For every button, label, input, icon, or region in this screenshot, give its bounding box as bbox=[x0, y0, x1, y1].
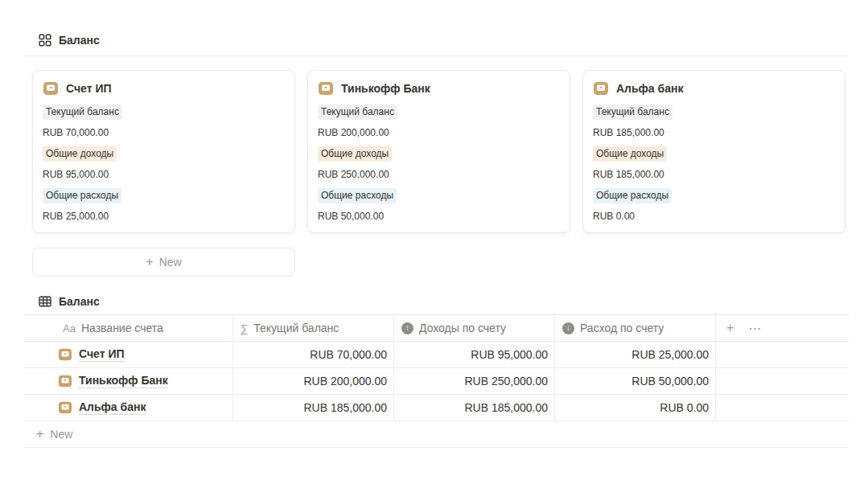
card-title: Счет ИП bbox=[66, 82, 112, 95]
field-value: RUB 185,000.00 bbox=[593, 169, 664, 180]
row-balance-cell[interactable]: RUB 70,000.00 bbox=[233, 342, 394, 367]
field-value: RUB 50,000.00 bbox=[318, 211, 384, 222]
table-options-button[interactable]: ⋯ bbox=[748, 321, 761, 336]
card-title: Тинькофф Банк bbox=[341, 82, 430, 95]
row-name: Альфа банк bbox=[79, 400, 146, 415]
card-file-box-icon bbox=[58, 400, 72, 415]
row-expense-cell[interactable]: RUB 25,000.00 bbox=[555, 342, 716, 367]
table-new-row-button[interactable]: + New bbox=[24, 421, 849, 448]
card-title-row: Альфа банк bbox=[593, 77, 835, 100]
account-card[interactable]: Счет ИП Текущий баланс RUB 70,000.00 Общ… bbox=[32, 70, 295, 233]
field-label-line: Общие расходы bbox=[43, 185, 285, 206]
gallery-new-button-label: New bbox=[159, 256, 182, 269]
field-label: Общие расходы bbox=[593, 188, 672, 203]
gallery-section: Баланс Счет ИП Текущий баланс RUB 70,000… bbox=[0, 0, 868, 277]
table-new-row-label: New bbox=[50, 428, 72, 441]
field-value: RUB 250,000.00 bbox=[318, 169, 389, 180]
field-label-line: Текущий баланс bbox=[593, 101, 835, 122]
gallery-header-divider bbox=[24, 55, 849, 56]
field-value-line: RUB 70,000.00 bbox=[43, 122, 285, 143]
notion-page: Баланс Счет ИП Текущий баланс RUB 70,000… bbox=[0, 0, 868, 488]
row-empty-cell bbox=[716, 368, 849, 394]
field-value-line: RUB 0.00 bbox=[593, 206, 835, 227]
gallery-cards-row: Счет ИП Текущий баланс RUB 70,000.00 Общ… bbox=[32, 70, 849, 233]
field-label: Общие расходы bbox=[318, 188, 397, 203]
row-income-cell[interactable]: RUB 95,000.00 bbox=[394, 342, 555, 367]
field-label-line: Текущий баланс bbox=[318, 101, 560, 122]
field-label: Общие расходы bbox=[43, 188, 121, 203]
table-view-tab[interactable]: Баланс bbox=[24, 293, 849, 310]
card-title: Альфа банк bbox=[616, 82, 683, 95]
field-label: Текущий баланс bbox=[43, 105, 122, 120]
row-income-cell[interactable]: RUB 250,000.00 bbox=[394, 368, 555, 394]
field-label: Текущий баланс bbox=[318, 105, 397, 120]
field-value: RUB 95,000.00 bbox=[43, 169, 109, 180]
card-file-box-icon bbox=[318, 80, 334, 96]
column-header-name[interactable]: Aa Название счета bbox=[24, 315, 233, 341]
table-row: Тинькофф Банк RUB 200,000.00 RUB 250,000… bbox=[24, 368, 849, 395]
formula-sigma-icon: ∑ bbox=[241, 322, 248, 334]
column-header-label: Текущий баланс bbox=[253, 322, 339, 334]
field-value-line: RUB 185,000.00 bbox=[593, 122, 835, 143]
row-name-cell[interactable]: Альфа банк bbox=[24, 395, 233, 420]
gallery-new-button[interactable]: + New bbox=[32, 248, 295, 277]
arrow-down-circle-icon: ↓ bbox=[562, 322, 574, 334]
card-file-box-icon bbox=[58, 347, 72, 362]
field-label: Текущий баланс bbox=[593, 105, 673, 120]
field-value-line: RUB 25,000.00 bbox=[43, 206, 285, 227]
row-empty-cell bbox=[716, 395, 849, 420]
row-expense-cell[interactable]: RUB 50,000.00 bbox=[555, 368, 716, 394]
field-label-line: Общие расходы bbox=[318, 185, 560, 206]
row-expense-cell[interactable]: RUB 0.00 bbox=[555, 395, 716, 420]
field-label: Общие доходы bbox=[318, 146, 392, 162]
row-balance-cell[interactable]: RUB 185,000.00 bbox=[233, 395, 394, 420]
row-income-cell[interactable]: RUB 185,000.00 bbox=[394, 395, 555, 420]
column-header-label: Название счета bbox=[81, 322, 163, 334]
title-property-icon: Aa bbox=[63, 322, 76, 334]
field-value-line: RUB 185,000.00 bbox=[593, 164, 835, 185]
column-header-balance[interactable]: ∑ Текущий баланс bbox=[233, 315, 394, 341]
field-value-line: RUB 200,000.00 bbox=[318, 122, 560, 143]
account-card[interactable]: Альфа банк Текущий баланс RUB 185,000.00… bbox=[582, 70, 845, 233]
card-title-row: Тинькофф Банк bbox=[318, 77, 560, 100]
field-label-line: Текущий баланс bbox=[43, 101, 285, 122]
add-column-button[interactable]: + bbox=[726, 321, 734, 335]
card-file-box-icon bbox=[43, 80, 59, 96]
table-section: Баланс Aa Название счета ∑ Текущий балан… bbox=[0, 293, 868, 448]
row-balance-cell[interactable]: RUB 200,000.00 bbox=[233, 368, 394, 394]
column-header-expense[interactable]: ↓ Расход по счету bbox=[555, 315, 716, 341]
field-label: Общие доходы bbox=[593, 146, 667, 162]
column-header-label: Расход по счету bbox=[580, 322, 664, 334]
field-label: Общие доходы bbox=[43, 146, 117, 162]
row-empty-cell bbox=[716, 342, 849, 367]
table-header-row: Aa Название счета ∑ Текущий баланс ↑ Дох… bbox=[24, 314, 849, 342]
field-value: RUB 25,000.00 bbox=[43, 211, 109, 222]
field-value: RUB 70,000.00 bbox=[43, 127, 109, 138]
field-label-line: Общие доходы bbox=[43, 143, 285, 164]
field-value-line: RUB 250,000.00 bbox=[318, 164, 560, 185]
arrow-up-circle-icon: ↑ bbox=[401, 322, 413, 334]
row-name: Тинькофф Банк bbox=[79, 374, 168, 388]
gallery-view-title: Баланс bbox=[59, 34, 100, 47]
column-header-label: Доходы по счету bbox=[419, 322, 506, 334]
table-row: Альфа банк RUB 185,000.00 RUB 185,000.00… bbox=[24, 395, 849, 421]
plus-icon: + bbox=[36, 428, 43, 441]
field-value: RUB 200,000.00 bbox=[318, 127, 389, 138]
field-label-line: Общие доходы bbox=[593, 143, 835, 164]
field-value: RUB 185,000.00 bbox=[593, 127, 664, 138]
gallery-view-tab[interactable]: Баланс bbox=[24, 32, 849, 48]
row-name-cell[interactable]: Счет ИП bbox=[24, 342, 233, 367]
card-title-row: Счет ИП bbox=[43, 77, 285, 100]
card-file-box-icon bbox=[593, 80, 609, 96]
row-name-cell[interactable]: Тинькофф Банк bbox=[24, 368, 233, 394]
gallery-view-icon bbox=[39, 34, 51, 47]
table-view-title: Баланс bbox=[59, 295, 100, 308]
table-view-icon bbox=[39, 295, 51, 308]
field-label-line: Общие доходы bbox=[318, 143, 560, 164]
column-header-income[interactable]: ↑ Доходы по счету bbox=[394, 315, 555, 341]
header-actions-cell: + ⋯ bbox=[716, 315, 849, 341]
plus-icon: + bbox=[146, 256, 153, 269]
field-value-line: RUB 95,000.00 bbox=[43, 164, 285, 185]
account-card[interactable]: Тинькофф Банк Текущий баланс RUB 200,000… bbox=[307, 70, 570, 233]
table-row: Счет ИП RUB 70,000.00 RUB 95,000.00 RUB … bbox=[24, 342, 849, 368]
